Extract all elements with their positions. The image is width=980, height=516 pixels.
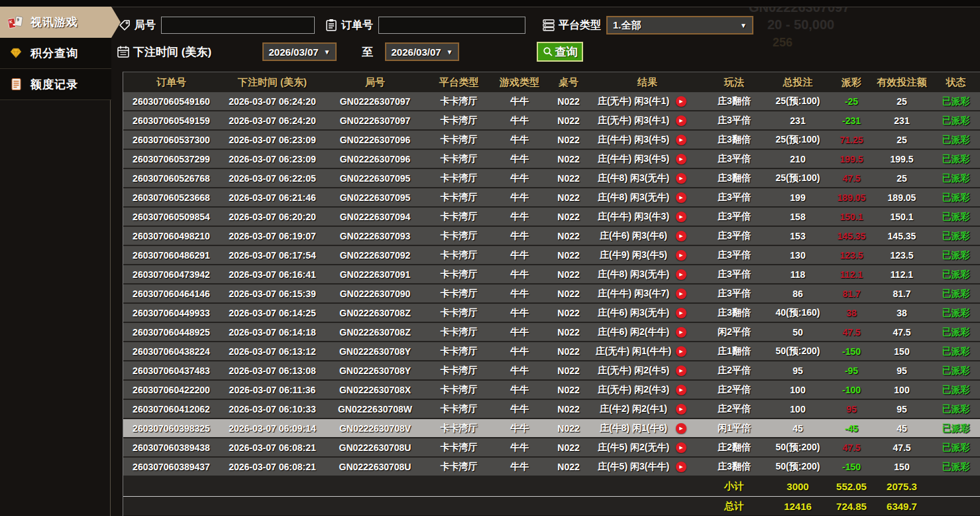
total-bet-cell: 50 xyxy=(765,327,831,338)
date-from-value: 2026/03/07 xyxy=(269,46,319,58)
table-row[interactable]: 2603070603894372026-03-07 06:08:21GN0222… xyxy=(123,458,980,477)
table-row[interactable]: 2603070603983252026-03-07 06:09:14GN0222… xyxy=(123,419,980,438)
play-video-icon[interactable]: ▶ xyxy=(676,192,686,203)
table-row[interactable]: 2603070604862912026-03-07 06:17:54GN0222… xyxy=(123,246,980,265)
play-video-icon[interactable]: ▶ xyxy=(676,231,686,241)
column-header: 玩法 xyxy=(704,76,765,89)
play-type-cell: 庄3翻倍 xyxy=(704,461,765,473)
platform-type-select[interactable]: 1.全部 ▼ xyxy=(606,16,753,34)
play-type-cell: 庄3平倍 xyxy=(704,249,765,261)
play-video-icon[interactable]: ▶ xyxy=(676,346,686,357)
round-no-input[interactable] xyxy=(161,17,315,34)
subtotal-valid-bet: 2075.3 xyxy=(872,481,932,492)
subtotal-label: 小计 xyxy=(704,480,765,493)
round-no-cell: GN0222630708U xyxy=(325,442,425,453)
table-row[interactable]: 2603070604382242026-03-07 06:13:12GN0222… xyxy=(123,342,980,361)
valid-bet-cell: 25 xyxy=(872,135,932,145)
total-bet-cell: 153 xyxy=(765,231,831,241)
round-no-cell: GN02226307095 xyxy=(325,192,425,203)
play-video-icon[interactable]: ▶ xyxy=(676,96,686,107)
play-video-icon[interactable]: ▶ xyxy=(676,154,686,164)
play-video-icon[interactable]: ▶ xyxy=(676,250,686,261)
order-no-cell: 260307060549159 xyxy=(123,115,219,126)
play-video-icon[interactable]: ▶ xyxy=(676,327,686,338)
order-no-cell: 260307060523668 xyxy=(123,192,219,203)
table-row[interactable]: 2603070604739422026-03-07 06:16:41GN0222… xyxy=(123,265,980,285)
result-text: 庄(牛牛) 闲3(牛7) xyxy=(591,288,676,300)
play-video-icon[interactable]: ▶ xyxy=(676,442,686,453)
total-bet-cell: 210 xyxy=(765,154,831,164)
round-no-cell: GN0222630708V xyxy=(325,423,425,434)
table-row[interactable]: 2603070605491592026-03-07 06:24:20GN0222… xyxy=(123,111,980,131)
table-row[interactable]: 2603070605372992026-03-07 06:23:09GN0222… xyxy=(123,150,980,169)
date-to-select[interactable]: 2026/03/07 ▼ xyxy=(385,42,459,61)
play-video-icon[interactable]: ▶ xyxy=(676,404,686,415)
table-row[interactable]: 2603070605267682026-03-07 06:22:05GN0222… xyxy=(123,169,980,188)
play-video-icon[interactable]: ▶ xyxy=(676,308,686,318)
play-type-cell: 庄3平倍 xyxy=(704,230,765,242)
platform-stack-icon xyxy=(542,19,555,32)
table-no-cell: N022 xyxy=(546,327,591,338)
bet-time-cell: 2026-03-07 06:23:09 xyxy=(219,154,325,164)
column-header: 总投注 xyxy=(765,76,831,89)
play-video-icon[interactable]: ▶ xyxy=(676,462,686,472)
play-video-icon[interactable]: ▶ xyxy=(676,135,686,145)
date-range-to-label: 至 xyxy=(362,44,373,60)
play-video-icon[interactable]: ▶ xyxy=(676,385,686,395)
table-no-cell: N022 xyxy=(546,404,591,415)
table-row[interactable]: 2603070604982102026-03-07 06:19:07GN0222… xyxy=(123,227,980,246)
table-row[interactable]: 2603070603894382026-03-07 06:08:21GN0222… xyxy=(123,438,980,458)
table-row[interactable]: 2603070605491602026-03-07 06:24:20GN0222… xyxy=(123,92,980,111)
order-no-input[interactable] xyxy=(378,17,525,34)
status-cell: 已派彩 xyxy=(932,249,980,261)
play-video-icon[interactable]: ▶ xyxy=(676,173,686,184)
sidebar-item-credit-records[interactable]: 额度记录 xyxy=(0,69,111,100)
bet-time-cell: 2026-03-07 06:08:21 xyxy=(219,442,325,453)
table-row[interactable]: 2603070605098542026-03-07 06:20:20GN0222… xyxy=(123,208,980,227)
table-no-cell: N022 xyxy=(546,231,591,241)
sidebar-item-label: 视讯游戏 xyxy=(30,15,78,30)
table-row[interactable]: 2603070604499332026-03-07 06:14:25GN0222… xyxy=(123,304,980,323)
status-cell: 已派彩 xyxy=(932,153,980,165)
total-bet-cell: 40(预:160) xyxy=(765,307,831,319)
payout-cell: 123.5 xyxy=(831,250,872,261)
search-button[interactable]: 查询 xyxy=(537,42,583,62)
play-video-icon[interactable]: ▶ xyxy=(676,212,686,222)
play-video-icon[interactable]: ▶ xyxy=(676,289,686,299)
bet-time-cell: 2026-03-07 06:24:20 xyxy=(219,115,325,126)
order-no-cell: 260307060422200 xyxy=(123,385,219,395)
column-header: 桌号 xyxy=(546,76,591,89)
play-video-icon[interactable]: ▶ xyxy=(676,423,686,434)
table-row[interactable]: 2603070604641462026-03-07 06:15:39GN0222… xyxy=(123,285,980,304)
sidebar-item-video-games[interactable]: 9 K 视讯游戏 xyxy=(0,7,121,38)
table-row[interactable]: 2603070604120622026-03-07 06:10:33GN0222… xyxy=(123,400,980,419)
order-no-cell: 260307060526768 xyxy=(123,173,219,184)
play-video-icon[interactable]: ▶ xyxy=(676,115,686,126)
column-header: 派彩 xyxy=(831,76,872,89)
date-from-select[interactable]: 2026/03/07 ▼ xyxy=(262,42,337,61)
table-no-cell: N022 xyxy=(546,250,591,261)
order-no-cell: 260307060509854 xyxy=(123,212,219,222)
search-icon xyxy=(543,46,553,57)
game-type-cell: 牛牛 xyxy=(493,96,546,107)
sidebar-item-points-query[interactable]: 积分查询 xyxy=(0,38,111,69)
table-row[interactable]: 2603070604222002026-03-07 06:11:36GN0222… xyxy=(123,381,980,400)
result-text: 庄(牛8) 闲3(无牛) xyxy=(591,269,676,281)
play-video-icon[interactable]: ▶ xyxy=(676,269,686,280)
table-row[interactable]: 2603070605236682026-03-07 06:21:46GN0222… xyxy=(123,188,980,208)
status-cell: 已派彩 xyxy=(932,172,980,184)
result-cell: 庄(牛6) 闲2(牛牛)▶ xyxy=(591,326,704,338)
result-text: 庄(牛5) 闲2(无牛) xyxy=(591,442,676,454)
table-row[interactable]: 2603070605373002026-03-07 06:23:09GN0222… xyxy=(123,131,980,150)
result-text: 庄(牛牛) 闲3(牛5) xyxy=(591,134,676,146)
platform-cell: 卡卡湾厅 xyxy=(425,269,493,281)
round-no-label: 局号 xyxy=(135,19,156,32)
bet-time-cell: 2026-03-07 06:08:21 xyxy=(219,462,325,472)
table-row[interactable]: 2603070604374832026-03-07 06:13:08GN0222… xyxy=(123,361,980,381)
play-video-icon[interactable]: ▶ xyxy=(676,365,686,376)
bet-time-cell: 2026-03-07 06:13:12 xyxy=(219,346,325,357)
table-row[interactable]: 2603070604489252026-03-07 06:14:18GN0222… xyxy=(123,323,980,342)
play-type-cell: 庄3平倍 xyxy=(704,153,765,165)
result-text: 庄(无牛) 闲1(牛牛) xyxy=(591,346,676,357)
bet-time-cell: 2026-03-07 06:15:39 xyxy=(219,289,325,299)
